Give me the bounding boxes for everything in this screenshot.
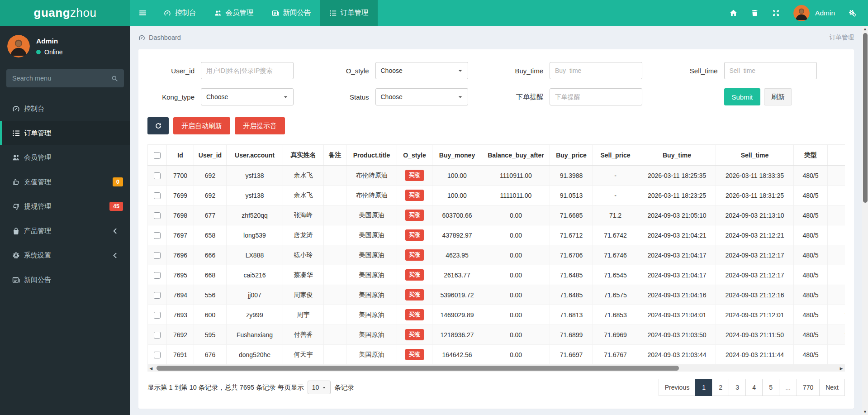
- page-size-dropdown[interactable]: 10: [308, 381, 331, 394]
- horizontal-scrollbar[interactable]: ◄ ►: [147, 365, 845, 372]
- refresh-button[interactable]: 刷新: [764, 88, 792, 105]
- table-cell: 0.00: [482, 325, 550, 345]
- page-button[interactable]: 2: [712, 379, 729, 396]
- filter-label-remind: 下单提醒: [496, 93, 550, 101]
- table-cell: 买涨: [397, 325, 432, 345]
- table-cell: 2024-09-03 21:03:50: [638, 325, 716, 345]
- table-row: 7691676dong520he何天宇美国原油买涨164642.560.0071…: [148, 345, 845, 365]
- table-cell: 603700.66: [432, 205, 482, 225]
- table-cell: ysf138: [227, 186, 283, 205]
- row-checkbox[interactable]: [154, 252, 161, 259]
- column-header: User.account: [227, 145, 283, 166]
- sidebar-item[interactable]: 提现管理45: [0, 194, 130, 219]
- table-cell: 周宇: [283, 305, 324, 325]
- table-cell: 买涨: [397, 305, 432, 325]
- horizontal-scrollbar-thumb[interactable]: [157, 366, 679, 371]
- column-header: Buy_money: [432, 145, 482, 166]
- row-checkbox[interactable]: [154, 272, 161, 279]
- table-cell: [324, 305, 346, 325]
- table-cell: 4: [828, 225, 845, 245]
- breadcrumb[interactable]: Dashboard: [138, 34, 181, 41]
- sidebar-item[interactable]: 充值管理0: [0, 170, 130, 194]
- auto-refresh-button[interactable]: 开启自动刷新: [173, 117, 230, 134]
- row-checkbox[interactable]: [154, 172, 161, 179]
- o-style-badge: 买涨: [405, 349, 424, 360]
- previous-page-button[interactable]: Previous: [659, 379, 696, 396]
- nav-item[interactable]: 控制台: [155, 0, 205, 26]
- row-checkbox[interactable]: [154, 292, 161, 299]
- scroll-left-arrow-icon[interactable]: ◄: [147, 365, 155, 372]
- scroll-right-arrow-icon[interactable]: ►: [838, 365, 845, 372]
- sidebar-search-input[interactable]: [12, 75, 111, 82]
- caret-up-icon: [322, 386, 326, 390]
- table-cell: 2024-09-03 21:12:16: [716, 285, 794, 305]
- search-icon[interactable]: [111, 75, 118, 82]
- table-cell: 666: [194, 245, 227, 265]
- remind-input[interactable]: [550, 88, 642, 105]
- table-cell: LX888: [227, 245, 283, 265]
- nav-item-label: 新闻公告: [283, 8, 311, 18]
- page-button[interactable]: 770: [797, 379, 820, 396]
- table-cell: 71.6712: [550, 225, 593, 245]
- row-checkbox[interactable]: [154, 312, 161, 319]
- user-id-input[interactable]: [201, 62, 294, 79]
- settings-gears-icon[interactable]: [849, 9, 856, 17]
- table-row: 7697658long539唐龙涛美国原油买涨437892.970.0071.6…: [148, 225, 845, 245]
- scroll-down-arrow-icon[interactable]: ▼: [862, 409, 868, 415]
- sidebar-item[interactable]: 系统设置: [0, 243, 130, 267]
- vertical-scrollbar-thumb[interactable]: [863, 33, 868, 203]
- column-header: 备注: [324, 145, 346, 166]
- sidebar-item-label: 提现管理: [24, 202, 51, 211]
- orders-icon: [329, 10, 337, 17]
- news-icon: [272, 10, 279, 17]
- table-cell: 1469029.89: [432, 305, 482, 325]
- vertical-scrollbar[interactable]: ▲ ▼: [862, 26, 868, 415]
- o-style-badge: 买涨: [405, 329, 424, 340]
- table-cell: 164642.56: [432, 345, 482, 365]
- sound-alert-button[interactable]: 开启提示音: [235, 117, 285, 134]
- table-cell: 2024-09-03 21:11:50: [716, 325, 794, 345]
- o-style-select[interactable]: Choose: [375, 62, 468, 79]
- nav-item[interactable]: 会员管理: [205, 0, 263, 26]
- table-cell: [828, 186, 845, 205]
- sidebar-item[interactable]: 控制台: [0, 96, 130, 121]
- table-cell: [324, 245, 346, 265]
- hand-up-icon: [12, 178, 24, 186]
- table-cell: 买涨: [397, 245, 432, 265]
- sell-time-input[interactable]: [724, 62, 817, 79]
- row-checkbox[interactable]: [154, 232, 161, 239]
- submit-button[interactable]: Submit: [724, 88, 761, 105]
- pagination: Previous12345...770Next: [659, 379, 845, 396]
- sidebar-item[interactable]: 订单管理: [0, 121, 130, 145]
- kong-type-select[interactable]: Choose: [201, 88, 294, 105]
- reload-button[interactable]: [147, 117, 169, 134]
- table-cell: 美国原油: [346, 285, 397, 305]
- select-all-checkbox[interactable]: [154, 152, 161, 159]
- row-checkbox[interactable]: [154, 352, 161, 358]
- row-checkbox[interactable]: [154, 332, 161, 339]
- next-page-button[interactable]: Next: [819, 379, 845, 396]
- table-cell: 余水飞: [283, 186, 324, 205]
- sidebar-toggle-button[interactable]: [130, 0, 155, 26]
- row-checkbox[interactable]: [154, 192, 161, 199]
- nav-item[interactable]: 新闻公告: [263, 0, 320, 26]
- page-button[interactable]: 4: [745, 379, 763, 396]
- home-icon[interactable]: [730, 9, 737, 17]
- page-button[interactable]: 5: [762, 379, 779, 396]
- page-button[interactable]: 3: [729, 379, 746, 396]
- filter-form: User_id O_style Choose Buy_time Sell_tim…: [147, 62, 845, 105]
- scroll-up-arrow-icon[interactable]: ▲: [862, 26, 868, 32]
- trash-icon[interactable]: [751, 9, 759, 17]
- buy-time-input[interactable]: [550, 62, 642, 79]
- row-checkbox[interactable]: [154, 212, 161, 219]
- nav-item[interactable]: 订单管理: [320, 0, 378, 26]
- sidebar-item[interactable]: 产品管理: [0, 219, 130, 243]
- table-cell: 美国原油: [346, 325, 397, 345]
- user-menu[interactable]: Admin: [793, 5, 835, 21]
- status-select[interactable]: Choose: [375, 88, 468, 105]
- table-footer: 显示第 1 到第 10 条记录，总共 7695 条记录 每页显示 10 条记录 …: [147, 379, 845, 396]
- fullscreen-icon[interactable]: [772, 9, 780, 17]
- page-button[interactable]: 1: [695, 379, 712, 396]
- sidebar-item[interactable]: 会员管理: [0, 145, 130, 170]
- sidebar-item[interactable]: 新闻公告: [0, 267, 130, 292]
